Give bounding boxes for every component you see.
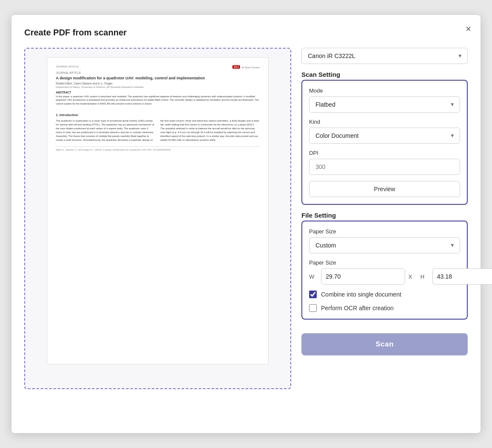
scanner-select[interactable]: Canon iR C3222L Brother MFC-L2710DW HP L… [301,48,468,64]
file-setting-section: File Setting Paper Size Custom A4 A3 Let… [301,212,468,320]
dpi-input[interactable] [309,159,460,175]
mode-label: Mode [309,87,460,94]
scan-setting-section: Scan Setting Mode Flatbed ADF ADF Duplex… [301,71,468,205]
scan-setting-label: Scan Setting [301,71,468,78]
doc-abstract-text: In this paper, a quadrotor UAV system is… [56,95,260,106]
w-label: W [309,273,318,280]
doc-badge-extra: ⊕ Open Access [242,66,260,69]
doc-abstract-heading: ABSTRACT [56,91,260,94]
rsj-badge: RSJ [232,65,240,69]
paper-size-inputs-field: Paper Size W X H cm in mm [309,259,460,285]
preview-panel: JOURNAL ARTICLE RSJ ⊕ Open Access JOURNA… [24,48,291,389]
h-label: H [420,273,429,280]
mode-select-wrapper: Flatbed ADF ADF Duplex ▼ [309,96,460,113]
paper-width-input[interactable] [321,268,405,285]
mode-select[interactable]: Flatbed ADF ADF Duplex [309,96,460,113]
combine-checkbox-row: Combine into single document [309,291,460,298]
scan-button[interactable]: Scan [301,333,468,355]
intro-text: The quadrotor or quadcopter is a motor t… [56,119,259,141]
kind-select-wrapper: Color Document Black and White Document … [309,128,460,144]
doc-article-title: A design modification for a quadrotor UA… [56,76,260,81]
paper-size-dropdown-field: Paper Size Custom A4 A3 Letter Legal ▼ [309,228,460,253]
doc-body-text: 1. Introduction The quadrotor or quadcop… [56,109,260,142]
ocr-checkbox[interactable] [309,304,317,312]
paper-height-input[interactable] [432,268,492,285]
paper-size-select-wrapper: Custom A4 A3 Letter Legal ▼ [309,237,460,253]
create-pdf-dialog: Create PDF from scanner × JOURNAL ARTICL… [12,15,480,433]
mode-field: Mode Flatbed ADF ADF Duplex ▼ [309,87,460,113]
doc-journal-info: JOURNAL ARTICLE [56,65,79,68]
paper-size-dropdown-label: Paper Size [309,228,460,235]
file-setting-label: File Setting [301,212,468,219]
paper-size-select[interactable]: Custom A4 A3 Letter Legal [309,237,460,253]
scan-settings-box: Mode Flatbed ADF ADF Duplex ▼ Kind [301,80,468,205]
combine-checkbox-label: Combine into single document [321,291,401,298]
paper-size-inputs-label: Paper Size [309,259,460,266]
dpi-field: DPI [309,150,460,175]
settings-panel: Canon iR C3222L Brother MFC-L2710DW HP L… [301,48,468,389]
doc-label: JOURNAL ARTICLE [56,71,260,74]
ocr-checkbox-label: Perform OCR after creation [321,305,394,311]
kind-select[interactable]: Color Document Black and White Document … [309,128,460,144]
kind-field: Kind Color Document Black and White Docu… [309,119,460,144]
intro-heading: 1. Introduction [56,113,260,117]
doc-metadata: JOURNAL ARTICLE [56,65,79,69]
doc-header: JOURNAL ARTICLE RSJ ⊕ Open Access [56,65,260,69]
dpi-label: DPI [309,150,460,156]
ocr-checkbox-row: Perform OCR after creation [309,304,460,312]
content-area: JOURNAL ARTICLE RSJ ⊕ Open Access JOURNA… [24,48,468,389]
close-button[interactable]: × [466,24,471,34]
kind-label: Kind [309,119,460,125]
document-preview: JOURNAL ARTICLE RSJ ⊕ Open Access JOURNA… [47,57,269,364]
x-label: X [408,273,417,280]
file-settings-box: Paper Size Custom A4 A3 Letter Legal ▼ [301,221,468,320]
preview-button[interactable]: Preview [309,181,460,197]
doc-affiliation: Department of theory, University of Scie… [56,86,260,88]
doc-authors: Khaled Eliker, Caren Dawson and A. L. Do… [56,82,260,85]
doc-footer: Eliker K., Dawson C. and Dogan A.L. (202… [56,146,260,151]
doc-logo: RSJ ⊕ Open Access [232,65,260,69]
dialog-title: Create PDF from scanner [24,28,468,38]
paper-size-row: W X H cm in mm px [309,268,460,285]
scanner-selector-wrapper: Canon iR C3222L Brother MFC-L2710DW HP L… [301,48,468,64]
combine-checkbox[interactable] [309,291,317,298]
